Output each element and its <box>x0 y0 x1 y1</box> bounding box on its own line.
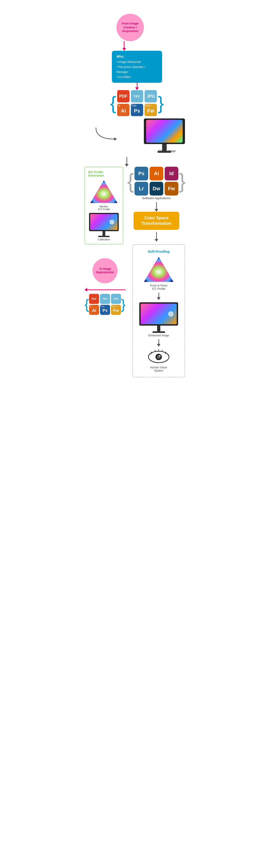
png-text: Fw <box>147 108 155 114</box>
arrow-monitor-to-eye <box>137 339 180 347</box>
arrow-who-to-files <box>135 83 139 90</box>
svg-marker-2 <box>144 257 174 282</box>
jpg-text: JPG <box>146 94 155 99</box>
ai-text: Ai <box>121 108 126 114</box>
file-icon-jpg-bottom: JPG <box>111 294 121 304</box>
arrow-from-bubble <box>123 41 126 51</box>
file-icon-psd-bottom: PSD Ps <box>100 305 110 315</box>
ai-sublabel: AI <box>118 104 120 107</box>
cst-box: Color SpaceTransformation <box>134 212 179 230</box>
monitor-stand <box>162 144 167 151</box>
brace-left-top: { <box>110 94 116 112</box>
png-text-b: Fw <box>113 308 119 313</box>
monitor-display <box>144 119 185 144</box>
file-icon-ai-bottom: AI Ai <box>89 305 99 315</box>
curved-arrow-svg <box>87 123 151 146</box>
curved-arrow-section <box>82 119 192 148</box>
gamut-triangle-svg <box>89 179 119 204</box>
arrow-to-sw <box>125 157 129 167</box>
h-arrow-left-wrapper <box>84 288 126 291</box>
soft-proofing-title: Soft-Proofing <box>137 249 180 253</box>
sw-icon-fw: Fw <box>165 182 178 195</box>
psd-text-b: Ps <box>103 308 107 313</box>
brace-left-sw: { <box>127 172 134 190</box>
svg-point-6 <box>159 355 161 356</box>
human-vision-label: Human VisionSystem <box>137 366 180 372</box>
who-item-1: • Image Retoucher <box>116 59 158 64</box>
from-image-bubble: From Image Creation / Acquisition <box>116 14 144 41</box>
software-apps-col: { Ps Ai Id Lr Dw Fw } Software Applicati… <box>123 167 190 242</box>
file-icon-png: PNG Fw <box>144 104 157 116</box>
enhanced-monitor <box>137 302 180 333</box>
calibration-monitor <box>88 213 119 237</box>
psd-sublabel-b: PSD <box>101 306 105 308</box>
arrow-proof-to-monitor <box>137 293 180 300</box>
psd-sublabel: PSD <box>132 104 137 107</box>
monitor-screen <box>146 120 183 143</box>
sw-icons-wrapper: { Ps Ai Id Lr Dw Fw } <box>127 167 185 195</box>
to-image-bubble: To Image Reproduction <box>93 258 117 283</box>
monitor-icc-label: Monitor ICC Profile <box>88 205 119 211</box>
arrow-head-left <box>84 288 87 291</box>
png-sublabel: PNG <box>145 104 150 107</box>
file-icons-grid-top: PDF TIFF JPG AI Ai PSD Ps PNG Fw <box>117 90 157 116</box>
tiff-text-b: TIFF <box>103 298 107 300</box>
who-item-2: • Pre-press Operator / Manager <box>116 64 158 74</box>
jpg-text-b: JPG <box>113 298 118 300</box>
who-item-3: • Art Editor <box>116 74 158 80</box>
monitor-base <box>158 151 171 153</box>
pdf-text: PDF <box>119 94 128 99</box>
monitor-section <box>142 119 187 153</box>
png-sublabel-b: PNG <box>112 306 116 308</box>
sw-apps-label: Software Applications <box>142 196 171 200</box>
arrow-sw-to-cst <box>155 202 158 212</box>
cst-text: Color SpaceTransformation <box>141 216 171 225</box>
eye-svg <box>147 349 170 365</box>
file-icon-pdf: PDF <box>117 90 130 102</box>
to-image-text: To Image Reproduction <box>95 267 115 274</box>
sw-icon-ps: Ps <box>135 167 148 180</box>
ai-text-b: Ai <box>92 308 96 313</box>
calibration-label: Calibration <box>88 238 119 241</box>
file-icon-tiff: TIFF <box>131 90 143 102</box>
file-icon-pdf-bottom: PDF <box>89 294 99 304</box>
sw-apps-grid: Ps Ai Id Lr Dw Fw <box>135 167 178 195</box>
soft-proofing-box: Soft-Proofing Proof or PressIC <box>132 244 185 377</box>
h-line-pink <box>87 289 126 290</box>
page-wrapper: From Image Creation / Acquisition Who : … <box>82 7 192 400</box>
psd-text: Ps <box>134 108 140 114</box>
file-icons-top: { PDF TIFF JPG AI Ai PSD Ps PNG <box>107 90 167 116</box>
file-icons-bottom: { PDF TIFF JPG AI Ai <box>84 294 126 315</box>
file-icon-jpg: JPG <box>144 90 157 102</box>
brace-right-bottom: } <box>121 298 126 311</box>
file-icon-ai: AI Ai <box>117 104 130 116</box>
file-icons-grid-bottom: PDF TIFF JPG AI Ai PSD Ps <box>89 294 121 315</box>
enhanced-image-label: Enhanced Image <box>137 334 180 337</box>
proof-gamut-svg <box>143 256 175 283</box>
file-icon-png-bottom: PNG Fw <box>111 305 121 315</box>
icc-title: ICC Profile Generation <box>88 170 119 177</box>
file-icon-psd: PSD Ps <box>131 104 143 116</box>
pdf-text-b: PDF <box>92 298 97 300</box>
proof-icc-label: Proof or PressICC Profile <box>137 284 180 290</box>
svg-marker-1 <box>90 180 117 203</box>
middle-section: ICC Profile Generation Monitor <box>82 157 192 244</box>
bottom-section: To Image Reproduction { PDF TIFF <box>82 244 192 377</box>
file-icon-tiff-bottom: TIFF <box>100 294 110 304</box>
left-col: To Image Reproduction { PDF TIFF <box>84 244 126 315</box>
brace-left-bottom: { <box>84 298 89 311</box>
svg-marker-0 <box>114 137 117 141</box>
soft-proofing-col: Soft-Proofing Proof or PressIC <box>128 244 190 377</box>
monitor-image <box>146 120 183 143</box>
sw-icon-ai: Ai <box>149 167 163 180</box>
brace-right-sw: } <box>179 172 185 190</box>
tiff-text: TIFF <box>134 95 140 98</box>
from-image-text: From Image Creation / Acquisition <box>119 22 142 33</box>
sw-icon-id: Id <box>165 167 178 180</box>
brace-right-top: } <box>158 94 164 112</box>
icc-and-sw-row: ICC Profile Generation Monitor <box>82 167 192 244</box>
who-title: Who : <box>116 54 158 59</box>
sw-icon-dw: Dw <box>149 182 163 195</box>
who-box: Who : • Image Retoucher • Pre-press Oper… <box>112 51 162 83</box>
sw-icon-lr: Lr <box>135 182 148 195</box>
